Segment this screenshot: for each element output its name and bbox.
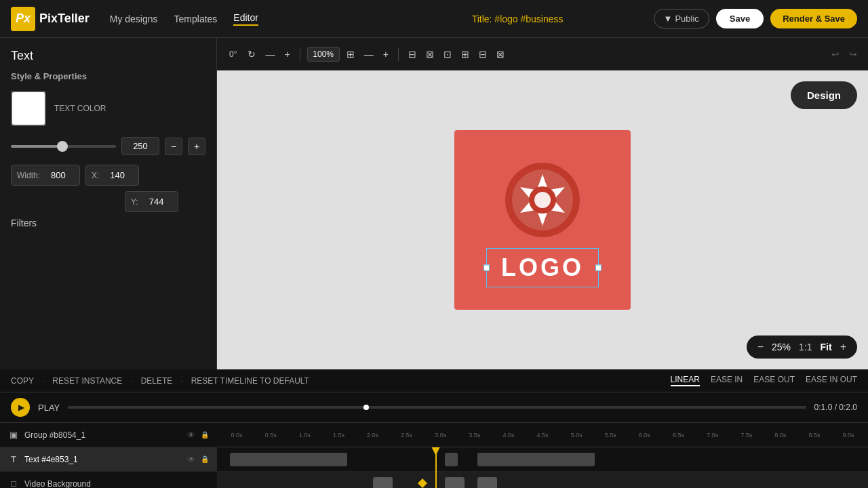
design-button[interactable]: Design <box>791 81 857 109</box>
track-text[interactable]: T Text #4e853_1 👁 🔒 <box>0 447 217 472</box>
timeline-actions: COPY · RESET INSTANCE · DELETE · RESET T… <box>0 369 868 392</box>
sidebar-text-title: Text <box>11 49 205 63</box>
group-kf-block-1[interactable] <box>230 453 347 466</box>
camera-shutter-icon <box>498 156 587 244</box>
grid-icon[interactable]: ⊞ <box>344 47 357 61</box>
group-track-name: Group #b8054_1 <box>24 430 182 440</box>
nav-title-prefix: Title: <box>472 14 492 24</box>
nav-my-designs[interactable]: My designs <box>110 14 158 24</box>
width-row: Width: 800 X: 140 <box>11 165 205 186</box>
font-size-input[interactable]: 250 <box>121 137 159 155</box>
plus-icon-1[interactable]: + <box>281 47 292 61</box>
nav-editor[interactable]: Editor <box>233 12 258 26</box>
text-color-swatch[interactable] <box>11 91 46 126</box>
text-kf-diamond-1[interactable] <box>418 479 427 488</box>
x-label: X: <box>86 166 104 185</box>
lock-icon-text[interactable]: 🔒 <box>201 455 209 463</box>
text-color-label: TEXT COLOR <box>54 104 106 113</box>
play-button[interactable]: ▶ <box>11 398 30 417</box>
public-button[interactable]: ▼ Public <box>654 9 709 28</box>
text-track-icon: T <box>8 454 19 464</box>
text-track-row <box>217 472 868 488</box>
zoom-input[interactable] <box>307 47 340 62</box>
sidebar-style-title: Style & Properties <box>11 71 205 81</box>
group-kf-block-3[interactable] <box>477 453 595 466</box>
plus-icon-2[interactable]: + <box>380 47 391 61</box>
font-size-slider[interactable] <box>11 145 116 148</box>
lock-icon-group[interactable]: 🔒 <box>201 431 209 439</box>
svg-point-3 <box>534 192 551 208</box>
sidebar-text-section: Text Style & Properties TEXT COLOR 250 −… <box>0 38 216 239</box>
align-left-icon[interactable]: ⊟ <box>406 47 419 61</box>
track-group[interactable]: ▣ Group #b8054_1 👁 🔒 <box>0 423 217 447</box>
zoom-bar: − 25% 1:1 Fit + <box>747 336 857 359</box>
play-icon: ▶ <box>18 403 24 412</box>
logo-text: PixTeller <box>39 12 90 26</box>
font-size-row: 250 − + <box>11 137 205 155</box>
zoom-out-button[interactable]: − <box>757 341 764 353</box>
align-center-v-icon[interactable]: ⊟ <box>476 47 490 61</box>
eye-icon-group[interactable]: 👁 <box>187 430 195 440</box>
reset-instance-action[interactable]: RESET INSTANCE <box>52 376 122 386</box>
align-center-h-icon[interactable]: ⊠ <box>423 47 437 61</box>
timeline-handle <box>363 405 369 410</box>
linear-ease[interactable]: LINEAR <box>671 375 700 386</box>
sel-handle-mr <box>595 264 601 270</box>
width-group: Width: 800 <box>11 165 80 186</box>
zoom-fit-button[interactable]: Fit <box>821 342 832 352</box>
timeline-scrubber[interactable] <box>68 406 806 409</box>
delete-action[interactable]: DELETE <box>141 376 173 386</box>
x-value: 140 <box>104 165 138 185</box>
sep-1 <box>300 47 300 61</box>
track-video[interactable]: □ Video Background <box>0 472 217 488</box>
main-content: Text Style & Properties TEXT COLOR 250 −… <box>0 38 868 369</box>
text-kf-3[interactable] <box>477 477 497 488</box>
reset-timeline-action[interactable]: RESET TIMELINE TO DEFAULT <box>191 376 309 386</box>
y-item: Y: 744 <box>125 191 178 212</box>
video-track-icon: □ <box>8 479 19 488</box>
align-top-icon[interactable]: ⊞ <box>458 47 472 61</box>
left-sidebar: Text Style & Properties TEXT COLOR 250 −… <box>0 38 217 369</box>
ease-out[interactable]: EASE OUT <box>753 375 795 386</box>
rotation-display: 0° <box>225 47 241 62</box>
align-right-icon[interactable]: ⊡ <box>441 47 454 61</box>
undo-icon[interactable]: ↩ <box>829 47 842 61</box>
editor-area: 0° ↻ — + ⊞ — + ⊟ ⊠ ⊡ ⊞ ⊟ ⊠ ↩ ↪ Design <box>217 38 868 369</box>
zoom-ratio: 1:1 <box>799 342 812 352</box>
redo-icon[interactable]: ↪ <box>846 47 860 61</box>
minus-icon-2[interactable]: — <box>361 47 376 61</box>
logo[interactable]: Px PixTeller <box>11 7 90 31</box>
text-kf-2[interactable] <box>445 477 465 488</box>
time-marks-header: 0.0s 0.5s 1.0s 1.5s 2.0s 2.5s 3.0s 3.5s … <box>217 423 868 447</box>
ease-in[interactable]: EASE IN <box>711 375 743 386</box>
rotate-icon[interactable]: ↻ <box>245 47 258 61</box>
time-marks: 0.0s 0.5s 1.0s 1.5s 2.0s 2.5s 3.0s 3.5s … <box>220 432 865 439</box>
ease-in-out[interactable]: EASE IN OUT <box>806 375 857 386</box>
width-value: 800 <box>45 166 79 184</box>
canvas-container: Design <box>217 70 868 369</box>
render-save-button[interactable]: Render & Save <box>770 9 857 28</box>
logo-text-wrapper[interactable]: LOGO <box>493 251 592 285</box>
nav-actions: ▼ Public Save Render & Save <box>654 9 857 28</box>
track-timeline: 0.0s 0.5s 1.0s 1.5s 2.0s 2.5s 3.0s 3.5s … <box>217 423 868 488</box>
sep-2 <box>398 47 399 61</box>
xy-group: X: 140 <box>85 165 139 186</box>
nav-templates[interactable]: Templates <box>174 14 218 24</box>
group-track-row <box>217 447 868 472</box>
save-button[interactable]: Save <box>716 9 764 28</box>
timeline: COPY · RESET INSTANCE · DELETE · RESET T… <box>0 369 868 488</box>
group-kf-block-2[interactable] <box>445 453 458 466</box>
minus-icon-1[interactable]: — <box>262 47 277 61</box>
group-icon: ▣ <box>8 430 19 440</box>
copy-action[interactable]: COPY <box>11 376 34 386</box>
font-size-increase[interactable]: + <box>188 138 205 155</box>
text-kf-1[interactable] <box>373 477 393 488</box>
eye-icon-text[interactable]: 👁 <box>187 455 195 464</box>
font-size-decrease[interactable]: − <box>165 138 182 155</box>
track-labels: ▣ Group #b8054_1 👁 🔒 T Text #4e853_1 👁 🔒… <box>0 423 217 488</box>
chevron-down-icon: ▼ <box>664 14 673 24</box>
zoom-in-button[interactable]: + <box>840 341 846 353</box>
align-bottom-icon[interactable]: ⊠ <box>494 47 507 61</box>
play-label: PLAY <box>38 403 60 413</box>
timeline-controls: ▶ PLAY 0:1.0 / 0:2.0 <box>0 392 868 423</box>
